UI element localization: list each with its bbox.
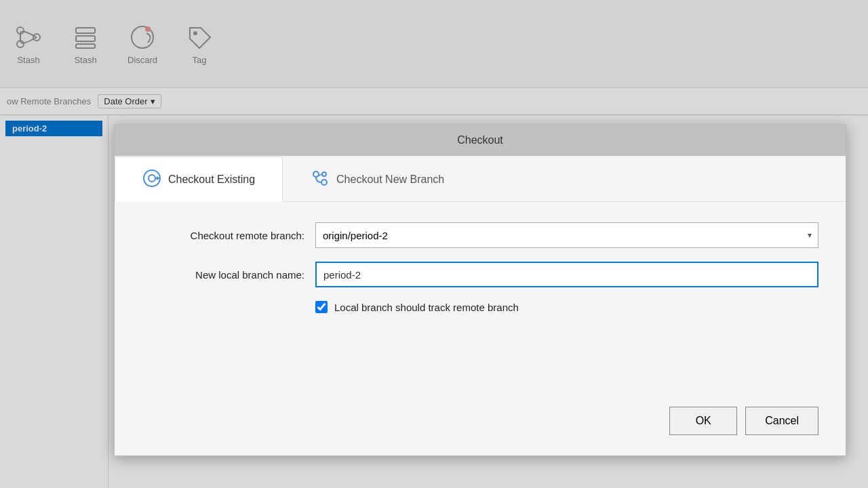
- dialog-titlebar: Checkout: [115, 125, 846, 156]
- track-checkbox-row: Local branch should track remote branch: [142, 301, 818, 313]
- dialog-form: Checkout remote branch: origin/period-2 …: [115, 202, 846, 393]
- track-checkbox[interactable]: [315, 301, 328, 313]
- svg-point-13: [321, 180, 327, 185]
- dialog-buttons: OK Cancel: [115, 393, 846, 455]
- remote-branch-row: Checkout remote branch: origin/period-2 …: [142, 222, 818, 248]
- dialog-body: Checkout Existing Checkout New Branch: [115, 156, 846, 455]
- remote-branch-label: Checkout remote branch:: [142, 230, 304, 241]
- cancel-button[interactable]: Cancel: [745, 407, 818, 435]
- svg-point-14: [322, 172, 326, 176]
- ok-button[interactable]: OK: [669, 407, 737, 435]
- remote-branch-select[interactable]: origin/period-2 origin/main origin/devel…: [315, 222, 818, 248]
- checkout-dialog: Checkout Checkout Existing: [114, 124, 846, 456]
- track-checkbox-label: Local branch should track remote branch: [334, 302, 519, 313]
- checkout-existing-icon: [142, 169, 161, 191]
- remote-branch-select-wrapper[interactable]: origin/period-2 origin/main origin/devel…: [315, 222, 818, 248]
- tab-checkout-new-branch[interactable]: Checkout New Branch: [283, 157, 472, 202]
- dialog-tabs: Checkout Existing Checkout New Branch: [115, 156, 846, 202]
- dialog-title: Checkout: [457, 134, 503, 146]
- checkout-new-branch-label: Checkout New Branch: [336, 174, 444, 186]
- tab-checkout-existing[interactable]: Checkout Existing: [115, 157, 283, 202]
- svg-point-10: [149, 175, 155, 182]
- local-branch-label: New local branch name:: [142, 269, 304, 281]
- local-branch-input[interactable]: [315, 262, 818, 287]
- checkout-new-branch-icon: [311, 169, 330, 191]
- checkout-existing-label: Checkout Existing: [168, 174, 255, 186]
- local-branch-row: New local branch name:: [142, 262, 818, 287]
